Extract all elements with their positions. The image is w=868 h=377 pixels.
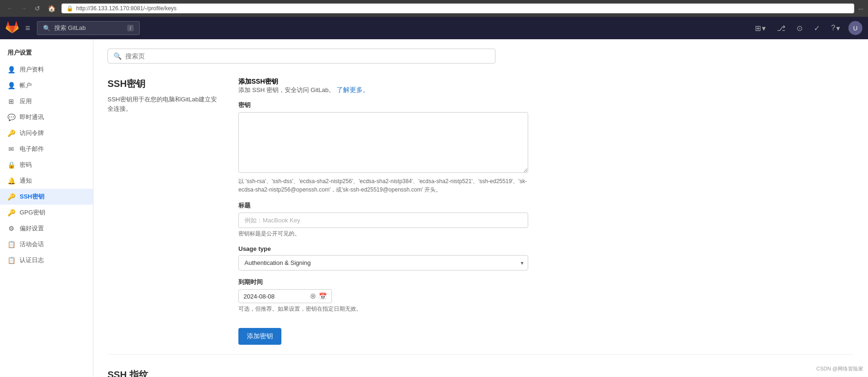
global-search-box[interactable]: 🔍 搜索 GitLab / xyxy=(37,21,140,35)
sidebar-item-gpg[interactable]: 🔑 GPG密钥 xyxy=(0,205,93,221)
title-input[interactable] xyxy=(238,213,528,228)
add-ssh-desc: 添加 SSH 密钥，安全访问 GitLab。 xyxy=(238,86,335,93)
page-search-input[interactable] xyxy=(125,52,489,60)
key-hint: 以 'ssh-rsa'、'ssh-dss'、'ecdsa-sha2-nistp2… xyxy=(238,177,528,194)
page-search-box[interactable]: 🔍 xyxy=(108,49,495,64)
lock-icon: 🔒 xyxy=(66,5,73,12)
search-icon: 🔍 xyxy=(43,25,50,32)
back-button[interactable]: ← xyxy=(5,4,15,13)
sidebar-item-label: 密码 xyxy=(20,161,32,169)
ssh-icon: 🔑 xyxy=(7,193,15,200)
forward-button[interactable]: → xyxy=(19,4,29,13)
tokens-icon: 🔑 xyxy=(7,129,15,137)
sidebar-item-label: 即时通讯 xyxy=(20,113,44,121)
browser-chrome: ← → ↺ 🏠 🔒 http://36.133.126.170:8081/-/p… xyxy=(0,0,868,17)
learn-more-link[interactable]: 了解更多。 xyxy=(337,86,369,93)
gpg-icon: 🔑 xyxy=(7,209,15,216)
url-text: http://36.133.126.170:8081/-/profile/key… xyxy=(76,5,177,12)
title-label: 标题 xyxy=(238,201,528,210)
issues-button[interactable]: ⊙ xyxy=(794,22,805,35)
sidebar-item-preferences[interactable]: ⚙ 偏好设置 xyxy=(0,221,93,236)
sidebar-item-label: 帐户 xyxy=(20,81,32,90)
email-icon: ✉ xyxy=(7,145,15,153)
preferences-icon: ⚙ xyxy=(7,225,15,232)
key-form-group: 密钥 以 'ssh-rsa'、'ssh-dss'、'ecdsa-sha2-nis… xyxy=(238,101,528,194)
sidebar-item-label: SSH密钥 xyxy=(20,192,44,201)
ssh-right-col: 添加SSH密钥 添加 SSH 密钥，安全访问 GitLab。 了解更多。 密钥 … xyxy=(238,78,528,345)
sidebar-item-notifications[interactable]: 🔔 通知 xyxy=(0,173,93,189)
date-clear-button[interactable]: ⊗ xyxy=(310,292,316,300)
issues-icon: ⊙ xyxy=(796,24,803,33)
ssh-left-col: SSH密钥 SSH密钥用于在您的电脑和GitLab建立安全连接。 xyxy=(108,78,220,345)
create-icon: ⊞ xyxy=(755,24,761,33)
expiry-hint: 可选，但推荐。如果设置，密钥在指定日期无效。 xyxy=(238,305,528,313)
add-key-button[interactable]: 添加密钥 xyxy=(238,328,281,345)
expiry-date-input[interactable] xyxy=(244,293,307,300)
create-new-button[interactable]: ⊞ ▾ xyxy=(752,22,768,35)
watermark: CSDN @网络冒险家 xyxy=(817,365,863,372)
title-public-hint: 密钥标题是公开可见的。 xyxy=(238,230,528,238)
add-ssh-desc-area: 添加SSH密钥 添加 SSH 密钥，安全访问 GitLab。 了解更多。 xyxy=(238,78,528,94)
help-icon: ? xyxy=(831,24,835,32)
ssh-section-title: SSH密钥 xyxy=(108,78,220,90)
sidebar-item-audit[interactable]: 📋 认证日志 xyxy=(0,252,93,268)
ssh-section-desc: SSH密钥用于在您的电脑和GitLab建立安全连接。 xyxy=(108,95,220,113)
usage-form-group: Usage type Authentication & Signing Auth… xyxy=(238,245,528,270)
address-bar[interactable]: 🔒 http://36.133.126.170:8081/-/profile/k… xyxy=(61,3,854,14)
reload-button[interactable]: ↺ xyxy=(33,4,42,13)
notifications-icon: 🔔 xyxy=(7,177,15,185)
usage-select[interactable]: Authentication & Signing Authentication … xyxy=(238,255,528,270)
activity-icon: 📋 xyxy=(7,241,15,248)
audit-icon: 📋 xyxy=(7,256,15,264)
home-button[interactable]: 🏠 xyxy=(46,4,57,13)
page-layout: 用户设置 👤 用户资料 👤 帐户 ⊞ 应用 💬 即时通讯 🔑 访问令牌 ✉ 电子… xyxy=(0,39,868,377)
key-textarea[interactable] xyxy=(238,112,528,173)
dropdown-arrow-icon: ▾ xyxy=(762,24,766,33)
sidebar-item-email[interactable]: ✉ 电子邮件 xyxy=(0,141,93,157)
sidebar-item-account[interactable]: 👤 帐户 xyxy=(0,78,93,93)
check-icon: ✓ xyxy=(814,24,820,33)
password-icon: 🔒 xyxy=(7,161,15,169)
sidebar-section-title: 用户设置 xyxy=(0,47,93,62)
chat-icon: 💬 xyxy=(7,114,15,121)
gitlab-topnav: ≡ 🔍 搜索 GitLab / ⊞ ▾ ⎇ ⊙ ✓ ? ▾ U xyxy=(0,17,868,39)
key-label: 密钥 xyxy=(238,101,528,109)
slash-shortcut: / xyxy=(127,25,133,31)
todos-button[interactable]: ✓ xyxy=(811,22,823,35)
sidebar-item-apps[interactable]: ⊞ 应用 xyxy=(0,93,93,109)
browser-menu[interactable]: ··· xyxy=(858,5,863,12)
sidebar-item-profile[interactable]: 👤 用户资料 xyxy=(0,62,93,78)
search-icon: 🔍 xyxy=(114,52,122,60)
sidebar-item-label: 访问令牌 xyxy=(20,129,44,137)
merge-requests-button[interactable]: ⎇ xyxy=(774,22,788,35)
fingerprint-section-title: SSH 指纹 xyxy=(108,369,220,377)
sidebar-item-chat[interactable]: 💬 即时通讯 xyxy=(0,109,93,125)
sidebar-item-label: 活动会话 xyxy=(20,240,44,249)
gitlab-logo-icon xyxy=(6,21,19,35)
user-avatar[interactable]: U xyxy=(848,21,862,35)
sidebar-item-activity[interactable]: 📋 活动会话 xyxy=(0,236,93,252)
main-content: 🔍 SSH密钥 SSH密钥用于在您的电脑和GitLab建立安全连接。 添加SSH… xyxy=(93,39,868,377)
sidebar-item-label: 用户资料 xyxy=(20,65,44,74)
sidebar-item-ssh[interactable]: 🔑 SSH密钥 xyxy=(0,189,93,205)
browser-right-icons: ··· xyxy=(858,5,863,12)
expiry-label: 到期时间 xyxy=(238,278,528,286)
hamburger-button[interactable]: ≡ xyxy=(23,21,32,35)
usage-select-wrap: Authentication & Signing Authentication … xyxy=(238,255,528,270)
user-settings-sidebar: 用户设置 👤 用户资料 👤 帐户 ⊞ 应用 💬 即时通讯 🔑 访问令牌 ✉ 电子… xyxy=(0,39,93,377)
date-input-wrap[interactable]: ⊗ 📅 xyxy=(238,289,332,303)
help-button[interactable]: ? ▾ xyxy=(828,22,843,35)
sidebar-item-label: 应用 xyxy=(20,97,32,106)
sidebar-item-tokens[interactable]: 🔑 访问令牌 xyxy=(0,125,93,141)
sidebar-item-label: 认证日志 xyxy=(20,256,44,264)
fingerprint-left-col: SSH 指纹 SSH 指纹验证客户端是否连接到正确的主机。检查 当前实例配置 。 xyxy=(108,369,220,377)
help-dropdown-icon: ▾ xyxy=(836,24,840,33)
sidebar-item-label: 电子邮件 xyxy=(20,145,44,153)
sidebar-item-label: GPG密钥 xyxy=(20,208,45,217)
title-form-group: 标题 密钥标题是公开可见的。 xyxy=(238,201,528,238)
calendar-icon-button[interactable]: 📅 xyxy=(319,293,327,299)
ssh-keys-section: SSH密钥 SSH密钥用于在您的电脑和GitLab建立安全连接。 添加SSH密钥… xyxy=(108,78,854,355)
sidebar-item-password[interactable]: 🔒 密码 xyxy=(0,157,93,173)
search-placeholder-text: 搜索 GitLab xyxy=(54,24,86,32)
usage-label: Usage type xyxy=(238,245,528,252)
